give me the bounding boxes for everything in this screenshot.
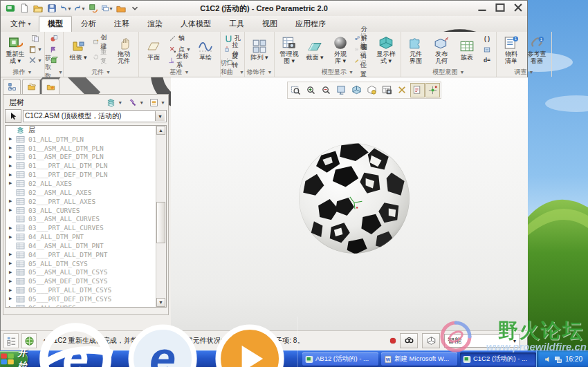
tree-item-03__ASM_ALL_CURVES[interactable]: 03__ASM_ALL_CURVES bbox=[6, 214, 166, 223]
box-select-button[interactable] bbox=[422, 333, 440, 348]
start-button[interactable]: 开始 bbox=[0, 351, 28, 367]
parameters-button[interactable]: ( ) bbox=[480, 34, 494, 44]
spin-center-button[interactable] bbox=[425, 83, 440, 97]
combo-dropdown-icon[interactable]: ▼ bbox=[155, 111, 165, 121]
folder-browser-tab[interactable] bbox=[22, 79, 40, 95]
expand-arrow-icon[interactable]: ▶ bbox=[9, 136, 15, 142]
tree-item-02__ASM_ALL_AXES[interactable]: 02__ASM_ALL_AXES bbox=[6, 188, 166, 197]
tree-item-01__ASM_ALL_DTM_PLN[interactable]: ▶01__ASM_ALL_DTM_PLN bbox=[6, 144, 166, 153]
save-button[interactable] bbox=[46, 3, 58, 14]
expand-arrow-icon[interactable]: ▶ bbox=[9, 225, 15, 231]
section-button[interactable]: 截面 ▾ bbox=[302, 38, 327, 62]
group-label-元件[interactable]: 元件▼ bbox=[64, 67, 138, 77]
zoom-in-button[interactable] bbox=[304, 83, 318, 97]
publish-geometry-button[interactable]: 发布 几何 bbox=[429, 35, 454, 65]
group-label-修饰符[interactable]: 修饰符▼ bbox=[245, 67, 274, 77]
tree-item-01_ALL_DTM_PLN[interactable]: ▶01_ALL_DTM_PLN bbox=[6, 135, 166, 144]
tree-item-01__ASM_DEF_DTM_PLN[interactable]: ▶01__ASM_DEF_DTM_PLN bbox=[6, 153, 166, 162]
tree-item-02_ALL_AXES[interactable]: ▶02_ALL_AXES bbox=[6, 179, 166, 188]
group-label-模型意图[interactable]: 模型意图▼ bbox=[401, 67, 496, 77]
family-table-button[interactable]: 族表 bbox=[454, 38, 479, 62]
scroll-up-icon[interactable]: ▲ bbox=[156, 126, 165, 135]
appearance-gallery-button[interactable]: 外观 库 ▾ bbox=[328, 35, 353, 65]
tree-item-05___PRT_DEF_DTM_CSYS[interactable]: ▶05___PRT_DEF_DTM_CSYS bbox=[6, 294, 166, 303]
paste-button[interactable]: ▼ bbox=[28, 45, 42, 55]
expand-arrow-icon[interactable]: ▶ bbox=[9, 288, 15, 293]
tree-scrollbar[interactable]: ▲ ▼ bbox=[156, 126, 166, 307]
close-button[interactable] bbox=[512, 3, 524, 12]
tree-item-03_ALL_CURVES[interactable]: ▶03_ALL_CURVES bbox=[6, 206, 166, 215]
task-button[interactable]: C1C2 (活动的) - ... bbox=[460, 352, 536, 366]
tree-item-04_ALL_DTM_PNT[interactable]: ▶04_ALL_DTM_PNT bbox=[6, 232, 166, 241]
expand-arrow-icon[interactable]: ▶ bbox=[9, 261, 15, 266]
explorer-launcher[interactable]: e bbox=[120, 317, 205, 367]
expand-arrow-icon[interactable]: ▶ bbox=[9, 279, 15, 284]
zoom-out-button[interactable] bbox=[319, 83, 333, 97]
favorites-tab[interactable] bbox=[42, 79, 59, 95]
sketch-button[interactable]: 草绘 bbox=[193, 38, 218, 62]
model-tree-tab[interactable] bbox=[3, 79, 21, 95]
datum-plane-button[interactable]: 平面 bbox=[141, 38, 166, 62]
creo-logo-button[interactable] bbox=[4, 3, 17, 14]
relations-button[interactable]: d= bbox=[480, 55, 494, 65]
tree-item-05___PRT_ALL_DTM_CSYS[interactable]: ▶05___PRT_ALL_DTM_CSYS bbox=[6, 285, 166, 294]
redo-button[interactable]: ▼ bbox=[73, 3, 86, 14]
tree-item-04___PRT_ALL_DTM_PNT[interactable]: ▶04___PRT_ALL_DTM_PNT bbox=[6, 250, 166, 259]
regenerate-small-button[interactable] bbox=[87, 3, 100, 14]
model-soccer-ball[interactable] bbox=[297, 141, 412, 256]
minimize-button[interactable] bbox=[476, 3, 488, 12]
scroll-down-icon[interactable]: ▼ bbox=[156, 298, 165, 307]
expand-arrow-icon[interactable]: ▶ bbox=[9, 207, 15, 213]
maximize-button[interactable] bbox=[494, 3, 506, 12]
tree-item-04__ASM_ALL_DTM_PNT[interactable]: 04__ASM_ALL_DTM_PNT bbox=[6, 241, 166, 250]
nav-toggle-button[interactable] bbox=[3, 333, 19, 348]
expand-arrow-icon[interactable]: ▶ bbox=[9, 163, 15, 169]
expand-arrow-icon[interactable]: ▶ bbox=[9, 145, 15, 151]
shaded-cube-button[interactable] bbox=[349, 83, 364, 97]
tree-item-05__ASM_ALL_DTM_CSYS[interactable]: ▶05__ASM_ALL_DTM_CSYS bbox=[6, 268, 166, 277]
copy-button[interactable] bbox=[28, 34, 42, 44]
expand-arrow-icon[interactable]: ▶ bbox=[9, 198, 15, 204]
copy-geometry-button[interactable] bbox=[47, 45, 61, 55]
scroll-thumb[interactable] bbox=[156, 202, 165, 243]
view-manager-button[interactable] bbox=[380, 83, 394, 97]
group-label-获取数据[interactable]: 获取数据▼ bbox=[45, 67, 63, 77]
tree-item-01___PRT_ALL_DTM_PLN[interactable]: ▶01___PRT_ALL_DTM_PLN bbox=[6, 161, 166, 170]
expand-arrow-icon[interactable]: ▶ bbox=[9, 252, 15, 257]
undo-button[interactable]: ▼ bbox=[59, 3, 72, 14]
repaint-button[interactable] bbox=[334, 83, 349, 97]
tree-settings-button[interactable]: ▼ bbox=[149, 98, 165, 107]
group-label-基准[interactable]: 基准▼ bbox=[139, 67, 220, 77]
tree-item-02___PRT_ALL_AXES[interactable]: ▶02___PRT_ALL_AXES bbox=[6, 197, 166, 206]
expand-arrow-icon[interactable]: ▶ bbox=[9, 305, 15, 308]
expand-arrow-icon[interactable]: ▶ bbox=[9, 270, 15, 275]
manage-views-button[interactable]: 管理视 图 ▾ bbox=[277, 35, 302, 65]
tree-item-05_ALL_DTM_CSYS[interactable]: ▶05_ALL_DTM_CSYS bbox=[6, 259, 166, 268]
tree-item-06_ALL_SURFS[interactable]: ▶06_ALL_SURFS bbox=[6, 303, 166, 308]
task-button[interactable]: AB12 (活动的) - ... bbox=[302, 352, 378, 366]
assemble-button[interactable]: 组装 ▾ bbox=[66, 38, 91, 62]
component-interface-button[interactable]: 元件 界面 bbox=[403, 35, 428, 65]
open-folder-button[interactable] bbox=[32, 3, 44, 14]
active-model-combobox[interactable]: C1C2.ASM (顶级模型，活动的) ▼ bbox=[23, 110, 167, 122]
group-label-操作[interactable]: 操作▼ bbox=[1, 67, 44, 77]
expand-arrow-icon[interactable]: ▶ bbox=[9, 296, 15, 301]
media-launcher[interactable] bbox=[208, 317, 292, 367]
tree-item-03___PRT_ALL_CURVES[interactable]: ▶03___PRT_ALL_CURVES bbox=[6, 223, 166, 232]
drag-component-button[interactable]: 拖动 元件 bbox=[111, 35, 136, 65]
task-button[interactable]: W新建 Microsoft W... bbox=[381, 352, 457, 366]
zoom-region-button[interactable] bbox=[288, 83, 303, 97]
saved-orientations-button[interactable] bbox=[365, 83, 379, 97]
create-component-button[interactable]: 创建 bbox=[91, 37, 111, 47]
display-style-button[interactable]: 显示样 式 ▾ bbox=[374, 35, 398, 65]
tree-item-层[interactable]: 层 bbox=[6, 126, 166, 135]
find-button[interactable] bbox=[400, 333, 418, 348]
tree-tools-button[interactable]: ▼ bbox=[127, 98, 144, 107]
window-switch-button[interactable]: ▼ bbox=[101, 3, 113, 14]
reference-viewer-button[interactable]: 1参考查 看器 bbox=[524, 35, 549, 65]
expand-arrow-icon[interactable]: ▶ bbox=[9, 180, 15, 186]
new-file-button[interactable] bbox=[18, 3, 30, 14]
selection-filter-select[interactable]: 智能 ▼ bbox=[444, 334, 520, 348]
datum-display-button[interactable] bbox=[395, 83, 410, 97]
expand-arrow-icon[interactable]: ▶ bbox=[9, 234, 15, 240]
